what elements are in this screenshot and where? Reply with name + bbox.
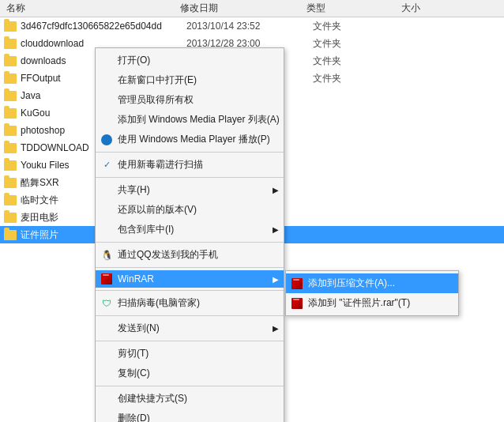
folder-icon xyxy=(3,176,17,189)
menu-item-play-wmp[interactable]: 使用 Windows Media Player 播放(P) xyxy=(96,130,284,149)
menu-separator xyxy=(96,386,284,386)
submenu-label: 添加到压缩文件(A)... xyxy=(308,277,395,290)
shield2-icon: 🛡 xyxy=(99,298,115,309)
folder-icon xyxy=(3,194,17,206)
submenu-item-add-archive[interactable]: 添加到压缩文件(A)... xyxy=(286,273,458,293)
column-headers: 名称 修改日期 类型 大小 xyxy=(0,0,504,17)
col-size: 大小 xyxy=(395,2,458,15)
folder-icon xyxy=(3,89,17,102)
menu-label: 通过QQ发送到我的手机 xyxy=(118,248,218,262)
submenu-arrow-icon: ▶ xyxy=(273,225,279,234)
menu-separator xyxy=(96,267,284,268)
menu-label: 共享(H) xyxy=(118,183,150,197)
col-name: 名称 xyxy=(0,2,174,15)
folder-icon xyxy=(3,107,17,119)
file-type: 文件夹 xyxy=(313,20,408,33)
menu-label: 扫描病毒(电脑管家) xyxy=(118,296,200,310)
menu-label: 剪切(T) xyxy=(118,347,149,360)
checkmark-icon: ✓ xyxy=(99,160,115,170)
menu-label: 还原以前的版本(V) xyxy=(118,203,197,217)
menu-item-include-library[interactable]: 包含到库中(I)▶ xyxy=(96,220,284,239)
menu-item-winrar[interactable]: WinRAR▶ 添加到压缩文件(A)... 添加到 "证件照片.rar"(T) xyxy=(96,270,284,288)
file-name: 3d467cf9dfc130665822e65d04dd xyxy=(21,21,186,32)
submenu-arrow-icon: ▶ xyxy=(273,186,279,194)
menu-item-delete[interactable]: 删除(D) xyxy=(96,409,284,422)
folder-icon xyxy=(3,124,17,137)
menu-separator xyxy=(96,341,284,341)
menu-item-share[interactable]: 共享(H)▶ xyxy=(96,180,284,200)
context-menu: 打开(O)在新窗口中打开(E)管理员取得所有权添加到 Windows Media… xyxy=(95,47,284,422)
folder-icon xyxy=(3,141,17,154)
qq-icon: 🐧 xyxy=(99,250,115,261)
menu-separator xyxy=(96,315,284,316)
menu-label: 复制(C) xyxy=(118,367,150,380)
rar-icon xyxy=(289,298,305,309)
submenu-label: 添加到 "证件照片.rar"(T) xyxy=(308,296,410,310)
menu-label: 包含到库中(I) xyxy=(118,223,174,236)
submenu-arrow-icon: ▶ xyxy=(273,324,279,333)
menu-label: 删除(D) xyxy=(118,412,150,422)
file-type: 文件夹 xyxy=(313,55,408,68)
winrar-submenu: 添加到压缩文件(A)... 添加到 "证件照片.rar"(T) xyxy=(285,270,459,316)
submenu-arrow-icon: ▶ xyxy=(273,275,279,284)
submenu-item-add-rar[interactable]: 添加到 "证件照片.rar"(T) xyxy=(286,293,458,313)
folder-icon xyxy=(3,37,17,50)
file-item[interactable]: 3d467cf9dfc130665822e65d04dd 2013/10/14 … xyxy=(0,17,504,35)
menu-item-open-new-window[interactable]: 在新窗口中打开(E) xyxy=(96,70,284,90)
menu-label: WinRAR xyxy=(118,273,154,284)
menu-label: 打开(O) xyxy=(118,54,150,67)
file-date: 2013/10/14 23:52 xyxy=(186,21,313,32)
folder-icon xyxy=(3,211,17,224)
menu-label: 管理员取得所有权 xyxy=(118,93,194,107)
menu-item-antivirus[interactable]: ✓使用新毒霸进行扫描 xyxy=(96,155,284,175)
col-type: 类型 xyxy=(300,2,395,15)
mediaplayer-icon xyxy=(99,134,115,145)
menu-item-restore[interactable]: 还原以前的版本(V) xyxy=(96,200,284,220)
menu-label: 发送到(N) xyxy=(118,322,160,335)
menu-item-add-wmp-list[interactable]: 添加到 Windows Media Player 列表(A) xyxy=(96,110,284,130)
menu-item-open[interactable]: 打开(O) xyxy=(96,51,284,70)
menu-label: 在新窗口中打开(E) xyxy=(118,73,197,87)
menu-item-cut[interactable]: 剪切(T) xyxy=(96,344,284,364)
menu-separator xyxy=(96,152,284,153)
menu-label: 添加到 Windows Media Player 列表(A) xyxy=(118,113,280,126)
file-type: 文件夹 xyxy=(313,72,408,85)
col-date: 修改日期 xyxy=(174,2,300,15)
menu-separator xyxy=(96,290,284,291)
folder-icon xyxy=(3,72,17,85)
menu-separator xyxy=(96,242,284,243)
folder-icon xyxy=(3,20,17,32)
menu-item-admin[interactable]: 管理员取得所有权 xyxy=(96,90,284,110)
menu-item-qq-send[interactable]: 🐧通过QQ发送到我的手机 xyxy=(96,245,284,265)
menu-item-send-to[interactable]: 发送到(N)▶ xyxy=(96,318,284,338)
folder-icon xyxy=(3,55,17,67)
folder-icon xyxy=(3,159,17,171)
menu-separator xyxy=(96,177,284,178)
menu-label: 创建快捷方式(S) xyxy=(118,392,187,405)
rar-icon xyxy=(99,273,115,284)
file-type: 文件夹 xyxy=(313,37,408,51)
menu-label: 使用 Windows Media Player 播放(P) xyxy=(118,133,270,146)
menu-item-shortcut[interactable]: 创建快捷方式(S) xyxy=(96,389,284,409)
menu-item-copy[interactable]: 复制(C) xyxy=(96,364,284,383)
menu-item-scan-virus[interactable]: 🛡扫描病毒(电脑管家) xyxy=(96,293,284,313)
menu-label: 使用新毒霸进行扫描 xyxy=(118,158,203,171)
folder-icon xyxy=(3,228,17,241)
rar-icon xyxy=(289,278,305,289)
